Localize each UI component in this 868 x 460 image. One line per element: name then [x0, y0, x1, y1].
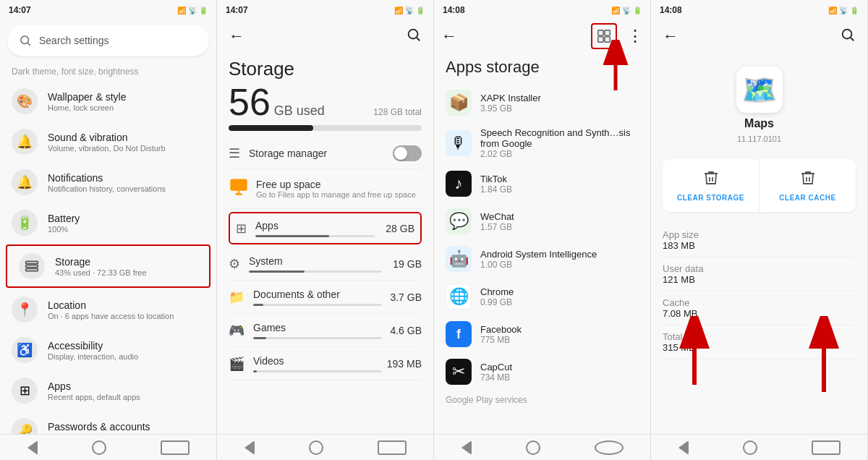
back-arrow-4[interactable]: ←	[663, 27, 678, 46]
facebook-name: Facebook	[480, 324, 639, 335]
notifications-sub: Notification history, conversations	[48, 184, 205, 193]
videos-mini-bar	[253, 370, 382, 372]
wifi-icon-4: 📡	[839, 7, 848, 14]
panel-settings: 14:07 📶 📡 🔋 Search settings Dark theme, …	[0, 0, 217, 460]
recents-nav-btn[interactable]	[161, 440, 190, 455]
total-row: Total 315 MB	[663, 325, 856, 359]
passwords-title: Passwords & accounts	[48, 421, 205, 433]
app-row-android-intelligence[interactable]: 🤖 Android System Intelligence 1.00 GB	[434, 240, 650, 278]
sidebar-item-wallpaper[interactable]: 🎨 Wallpaper & style Home, lock screen	[0, 81, 216, 122]
app-row-facebook[interactable]: f Facebook 775 MB	[434, 315, 650, 353]
sidebar-item-location[interactable]: 📍 Location On · 6 apps have access to lo…	[0, 289, 216, 330]
app-row-chrome[interactable]: 🌐 Chrome 0.99 GB	[434, 278, 650, 315]
status-icons-1: 📶 📡 🔋	[177, 7, 208, 14]
svg-rect-7	[230, 179, 247, 191]
svg-line-15	[851, 38, 854, 41]
app-row-xapk[interactable]: 📦 XAPK Installer 3.95 GB	[434, 84, 650, 122]
system-size: 19 GB	[382, 258, 422, 270]
app-row-speech[interactable]: 🎙 Speech Recognition and Synth…sis from …	[434, 122, 650, 165]
home-nav-btn-4[interactable]	[743, 440, 757, 455]
maps-app-version: 11.117.0101	[737, 135, 781, 143]
sidebar-item-apps[interactable]: ⊞ Apps Recent apps, default apps	[0, 370, 216, 411]
back-nav-btn[interactable]	[27, 440, 38, 455]
android-intelligence-size: 1.00 GB	[480, 260, 639, 270]
tiktok-name: TikTok	[480, 174, 639, 184]
home-nav-btn-2[interactable]	[309, 440, 323, 455]
free-up-icon	[229, 176, 249, 201]
svg-rect-9	[605, 30, 610, 35]
xapk-icon: 📦	[446, 90, 472, 116]
home-nav-btn-3[interactable]	[526, 440, 540, 455]
storage-manager-row[interactable]: ☰ Storage manager	[229, 138, 422, 169]
back-nav-btn-3[interactable]	[461, 440, 472, 455]
docs-storage-row[interactable]: 📁 Documents & other 3.7 GB	[229, 281, 422, 314]
sidebar-item-accessibility[interactable]: ♿ Accessibility Display, interaction, au…	[0, 330, 216, 370]
network-icon: 📶	[177, 7, 186, 14]
network-icon-4: 📶	[828, 7, 837, 14]
sidebar-item-passwords[interactable]: 🔑 Passwords & accounts Saved passwords, …	[0, 411, 216, 434]
back-arrow-2[interactable]: ←	[229, 27, 244, 46]
bottom-nav-3	[434, 434, 650, 460]
search-bar[interactable]: Search settings	[7, 25, 209, 56]
storage-manager-toggle[interactable]	[393, 145, 422, 161]
videos-icon: 🎬	[229, 356, 244, 372]
svg-point-0	[21, 36, 29, 44]
network-icon-2: 📶	[394, 7, 403, 14]
action-buttons-container: CLEAR STORAGE CLEAR CACHE	[663, 159, 856, 212]
svg-rect-3	[26, 265, 38, 267]
panel-maps-storage: 14:08 📶 📡 🔋 ← 🗺️ Maps 11.117.0101	[651, 0, 868, 460]
wallpaper-icon: 🎨	[12, 88, 38, 114]
xapk-size: 3.95 GB	[480, 103, 639, 114]
more-dots-3[interactable]: ⋮	[627, 27, 643, 46]
total-value: 315 MB	[663, 342, 856, 353]
system-storage-row[interactable]: ⚙ System 19 GB	[229, 247, 422, 281]
sidebar-item-notifications[interactable]: 🔔 Notifications Notification history, co…	[0, 162, 216, 203]
recents-nav-btn-4[interactable]	[812, 440, 841, 455]
sidebar-item-storage[interactable]: Storage 43% used · 72.33 GB free	[6, 244, 210, 288]
apps-storage-icon: ⊞	[236, 221, 247, 237]
sidebar-item-battery[interactable]: 🔋 Battery 100%	[0, 203, 216, 243]
app-row-capcut[interactable]: ✂ CapCut 734 MB	[434, 353, 650, 391]
back-arrow-3[interactable]: ←	[441, 27, 457, 46]
games-icon: 🎮	[229, 323, 244, 338]
clear-cache-button[interactable]: CLEAR CACHE	[760, 159, 856, 212]
clear-storage-icon	[702, 169, 720, 191]
wifi-icon: 📡	[188, 7, 197, 14]
battery-icon: 🔋	[199, 7, 208, 14]
storage-gb-unit: GB used	[271, 103, 325, 118]
search-button-4[interactable]	[840, 27, 856, 46]
partial-bottom: Google Play services	[434, 391, 650, 409]
home-nav-btn[interactable]	[92, 440, 106, 455]
recents-nav-btn-2[interactable]	[378, 440, 407, 455]
svg-line-1	[27, 43, 30, 45]
accessibility-sub: Display, interaction, audio	[48, 352, 205, 361]
notifications-title: Notifications	[48, 172, 205, 184]
back-nav-btn-4[interactable]	[678, 440, 689, 455]
bottom-nav-2	[217, 434, 433, 460]
facebook-size: 775 MB	[480, 335, 639, 345]
capcut-name: CapCut	[480, 362, 639, 372]
battery-sub: 100%	[48, 225, 205, 234]
apps-storage-header-icon[interactable]	[591, 23, 617, 49]
sidebar-item-sound[interactable]: 🔔 Sound & vibration Volume, vibration, D…	[0, 122, 216, 162]
storage-icon	[19, 253, 45, 279]
android-intelligence-name: Android System Intelligence	[480, 249, 639, 260]
app-row-wechat[interactable]: 💬 WeChat 1.57 GB	[434, 203, 650, 240]
wechat-name: WeChat	[480, 211, 639, 222]
recents-nav-btn-3[interactable]	[595, 440, 624, 455]
panel-apps-storage: 14:08 📶 📡 🔋 ← ⋮	[434, 0, 651, 460]
status-bar-3: 14:08 📶 📡 🔋	[434, 0, 650, 20]
back-nav-btn-2[interactable]	[244, 440, 255, 455]
maps-app-name: Maps	[744, 117, 774, 130]
apps-storage-row[interactable]: ⊞ Apps 28 GB	[229, 212, 422, 244]
games-storage-row[interactable]: 🎮 Games 4.6 GB	[229, 314, 422, 347]
videos-storage-row[interactable]: 🎬 Videos 193 MB	[229, 347, 422, 380]
search-button-2[interactable]	[406, 27, 422, 46]
free-up-space-row[interactable]: Free up space Go to Files app to manage …	[229, 169, 422, 209]
status-icons-4: 📶 📡 🔋	[828, 7, 859, 14]
xapk-name: XAPK Installer	[480, 93, 639, 103]
clear-storage-button[interactable]: CLEAR STORAGE	[663, 159, 760, 212]
free-up-sub: Go to Files app to manage and free up sp…	[256, 190, 416, 199]
app-row-tiktok[interactable]: ♪ TikTok 1.84 GB	[434, 165, 650, 203]
svg-line-6	[417, 38, 420, 41]
